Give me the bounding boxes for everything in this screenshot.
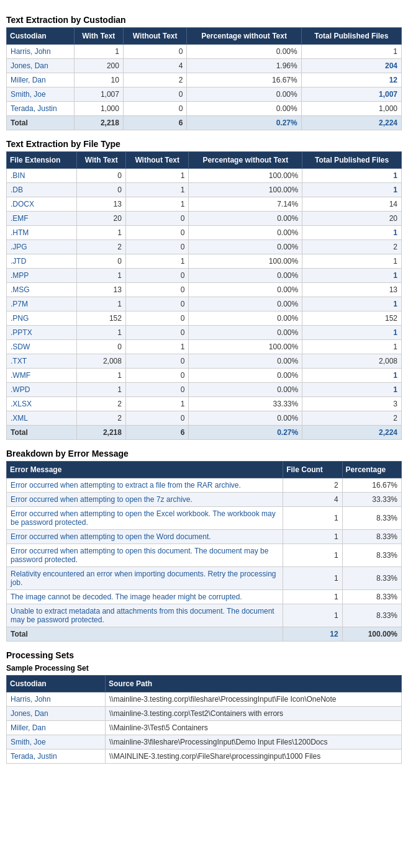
filetype-row: .XML 2 0 0.00% 2 xyxy=(7,411,402,426)
error-pct: 33.33% xyxy=(342,493,401,507)
ft-withtext: 13 xyxy=(77,283,126,297)
filetype-row: .SDW 0 1 100.00% 1 xyxy=(7,340,402,354)
filetype-row: .JPG 2 0 0.00% 2 xyxy=(7,240,402,254)
error-row: Error occurred when attempting to open t… xyxy=(7,530,402,544)
with-text-val: 1,000 xyxy=(74,102,123,116)
custodian-total-row: Total 2,218 6 0.27% 2,224 xyxy=(7,116,402,130)
file-ext: .MPP xyxy=(7,269,77,283)
err-total-pct: 100.00% xyxy=(342,627,401,642)
ft-withouttext: 0 xyxy=(125,269,188,283)
file-ext: .WPD xyxy=(7,383,77,397)
filetype-row: .TXT 2,008 0 0.00% 2,008 xyxy=(7,354,402,369)
ft-withtext: 1 xyxy=(77,383,126,397)
file-ext: .XLSX xyxy=(7,397,77,411)
error-count: 1 xyxy=(283,507,342,530)
filetype-row: .MPP 1 0 0.00% 1 xyxy=(7,269,402,283)
file-ext: .BIN xyxy=(7,169,77,183)
error-total-row: Total 12 100.00% xyxy=(7,627,402,642)
ft-total: 152 xyxy=(302,311,402,326)
error-pct: 8.33% xyxy=(342,530,401,544)
ft-withouttext: 0 xyxy=(125,369,188,383)
error-pct: 8.33% xyxy=(342,507,401,530)
err-total-count: 12 xyxy=(283,627,342,642)
ft-withouttext: 0 xyxy=(125,240,188,254)
custodian-name: Jones, Dan xyxy=(7,59,75,73)
without-text-val: 0 xyxy=(123,45,186,59)
err-total-label: Total xyxy=(7,627,283,642)
error-table: Error Message File Count Percentage Erro… xyxy=(6,461,402,642)
ft-pct: 0.00% xyxy=(189,240,302,254)
error-pct: 8.33% xyxy=(342,604,401,627)
ft-withtext: 1 xyxy=(77,269,126,283)
ft-pct: 33.33% xyxy=(189,397,302,411)
filetype-row: .JTD 0 1 100.00% 1 xyxy=(7,254,402,269)
total-pct: 0.27% xyxy=(187,116,301,130)
col-proc-path: Source Path xyxy=(106,676,402,692)
section4-subsection: Sample Processing Set xyxy=(6,664,402,673)
file-ext: .DOCX xyxy=(7,197,77,212)
ft-pct: 0.00% xyxy=(189,326,302,340)
col-without-text: Without Text xyxy=(123,28,186,45)
processing-row: Harris, John \\mainline-3.testing.corp\f… xyxy=(7,692,402,707)
ft-pct: 0.00% xyxy=(189,212,302,226)
custodian-table: Custodian With Text Without Text Percent… xyxy=(6,27,402,130)
ft-withouttext: 1 xyxy=(125,197,188,212)
filetype-row: .MSG 13 0 0.00% 13 xyxy=(7,283,402,297)
ft-withtext: 2 xyxy=(77,240,126,254)
col-file-count: File Count xyxy=(283,462,342,478)
error-count: 2 xyxy=(283,478,342,493)
ft-total-withouttext: 6 xyxy=(125,426,188,440)
file-ext: .XML xyxy=(7,411,77,426)
error-row: Unable to extract metadata and attachmen… xyxy=(7,604,402,627)
file-ext: .TXT xyxy=(7,354,77,369)
ft-withouttext: 0 xyxy=(125,311,188,326)
section1-title: Text Extraction by Custodian xyxy=(6,15,402,25)
ft-total: 3 xyxy=(302,397,402,411)
processing-row: Terada, Justin \\MAINLINE-3.testing.corp… xyxy=(7,749,402,764)
ft-total: 14 xyxy=(302,197,402,212)
ft-pct: 100.00% xyxy=(189,254,302,269)
proc-custodian: Smith, Joe xyxy=(7,735,106,749)
with-text-val: 1 xyxy=(74,45,123,59)
ft-withtext: 20 xyxy=(77,212,126,226)
file-ext: .SDW xyxy=(7,340,77,354)
error-message: Unable to extract metadata and attachmen… xyxy=(7,604,283,627)
error-count: 4 xyxy=(283,493,342,507)
ft-withouttext: 0 xyxy=(125,383,188,397)
ft-withtext: 0 xyxy=(77,183,126,197)
filetype-row: .DB 0 1 100.00% 1 xyxy=(7,183,402,197)
custodian-row: Smith, Joe 1,007 0 0.00% 1,007 xyxy=(7,87,402,102)
file-ext: .JTD xyxy=(7,254,77,269)
total-files: 2,224 xyxy=(301,116,401,130)
proc-path: \\MAINLINE-3.testing.corp\FileShare\proc… xyxy=(106,749,402,764)
error-message: Error occurred when attempting to open t… xyxy=(7,507,283,530)
ft-pct: 7.14% xyxy=(189,197,302,212)
error-message: The image cannot be decoded. The image h… xyxy=(7,590,283,604)
ft-total-pct: 0.27% xyxy=(189,426,302,440)
error-pct: 8.33% xyxy=(342,544,401,567)
ft-total: 20 xyxy=(302,212,402,226)
error-row: Error occurred when attempting to extrac… xyxy=(7,478,402,493)
without-text-val: 0 xyxy=(123,87,186,102)
ft-withtext: 0 xyxy=(77,169,126,183)
ft-total: 1 xyxy=(302,340,402,354)
ft-pct: 0.00% xyxy=(189,297,302,311)
custodian-row: Jones, Dan 200 4 1.96% 204 xyxy=(7,59,402,73)
filetype-total-row: Total 2,218 6 0.27% 2,224 xyxy=(7,426,402,440)
col-error-msg: Error Message xyxy=(7,462,283,478)
pct-val: 0.00% xyxy=(187,45,301,59)
ft-withtext: 1 xyxy=(77,326,126,340)
ft-withtext: 0 xyxy=(77,340,126,354)
pct-val: 0.00% xyxy=(187,87,301,102)
filetype-row: .DOCX 13 1 7.14% 14 xyxy=(7,197,402,212)
ft-pct: 100.00% xyxy=(189,183,302,197)
filetype-row: .EMF 20 0 0.00% 20 xyxy=(7,212,402,226)
file-ext: .P7M xyxy=(7,297,77,311)
filetype-row: .WMF 1 0 0.00% 1 xyxy=(7,369,402,383)
ft-withtext: 1 xyxy=(77,297,126,311)
with-text-val: 200 xyxy=(74,59,123,73)
section4-title: Processing Sets xyxy=(6,650,402,660)
ft-withouttext: 0 xyxy=(125,354,188,369)
proc-path: \\mainline-3\fileshare\ProcessingInput\D… xyxy=(106,735,402,749)
processing-row: Smith, Joe \\mainline-3\fileshare\Proces… xyxy=(7,735,402,749)
